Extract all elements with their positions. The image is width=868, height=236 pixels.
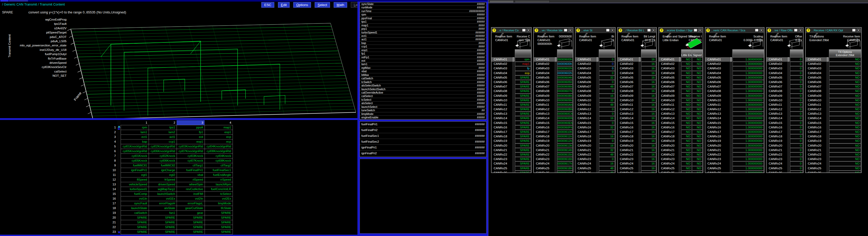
child-scrollbar[interactable] [638,71,641,75]
receive-row[interactable]: CANRx200 [767,143,803,148]
receive-value-cell[interactable]: 0 [790,85,803,89]
receive-value-cell[interactable]: 16 [599,143,615,148]
receive-value-cell[interactable]: NO [829,121,861,125]
receive-value-cell[interactable]: 32 [599,125,615,130]
receive-value-cell[interactable]: 16 [641,130,656,134]
receive-value-cell[interactable]: NO [692,134,703,139]
slot-cell[interactable]: cllTarg2 [205,163,232,168]
child-scrollbar[interactable] [512,134,515,139]
receive-value-cell[interactable]: SPARE [515,89,531,93]
child-scrollbar[interactable] [596,89,599,93]
slot-cell[interactable]: eot [177,134,205,139]
receive-row[interactable]: CANRx1000000609h [534,98,573,103]
child-scrollbar[interactable] [596,121,599,125]
receive-row[interactable]: CANRx05NONO [659,75,703,80]
child-scrollbar[interactable] [554,121,557,125]
receive-value-cell[interactable]: 0 [790,98,803,103]
receive-value-cell[interactable]: NO [829,94,861,98]
titlebar-tab[interactable] [515,0,550,3]
receive-row[interactable]: CANRx2216 [618,153,656,157]
receive-row[interactable]: CANRx08NONO [659,89,703,93]
child-scrollbar[interactable] [638,107,641,111]
child-scrollbar[interactable] [554,125,557,130]
slot-cell[interactable]: cyl04KnockIgnRtd [205,144,232,149]
help-icon[interactable]: ? [660,29,663,32]
receive-row[interactable]: CANRx1800000611h [534,134,573,139]
receive-value-cell[interactable]: NO [681,80,692,85]
child-scrollbar[interactable] [596,153,599,157]
child-scrollbar[interactable] [730,85,732,89]
slot-cell[interactable]: syncFault [121,201,149,206]
slot-cell[interactable]: SPARE [177,225,205,229]
child-scrollbar[interactable] [678,171,681,173]
child-scrollbar[interactable] [596,98,599,103]
receive-value-cell[interactable]: NO [692,153,703,157]
receive-value-cell[interactable]: NO [692,89,703,93]
child-scrollbar[interactable] [512,98,515,103]
receive-row[interactable]: CANRx09NO [806,94,861,98]
child-scrollbar[interactable] [826,80,829,85]
receive-row[interactable]: CANRx0600000605h [534,80,573,85]
child-scrollbar[interactable] [554,111,557,116]
child-scrollbar[interactable] [638,148,641,153]
table-scrollbar[interactable] [117,172,121,177]
receive-value-cell[interactable]: 00000607h [557,89,572,93]
receive-value-cell[interactable]: 0 [599,157,615,161]
column-header-3[interactable]: 3 [177,120,205,125]
receive-value-cell[interactable]: 48 [599,166,615,171]
receive-value-cell[interactable]: NO [692,166,703,171]
child-scrollbar[interactable] [678,85,681,89]
child-scrollbar[interactable] [512,103,515,107]
receive-row[interactable]: CANRx0116 [618,57,656,62]
receive-value-cell[interactable]: SPARE [515,157,531,161]
monitor-row[interactable]: engineEnable##### [360,116,486,119]
receive-row[interactable]: CANRx02NO [806,62,861,66]
receive-row[interactable]: CANRx081.000000000 [705,89,764,93]
receive-row[interactable]: CANRx0700000606h [534,85,573,89]
slot-cell[interactable]: cllTarg1 [177,163,205,168]
receive-value-cell[interactable]: SPARE [515,80,531,85]
value-column-header[interactable] [641,49,656,57]
monitor-row[interactable]: vbat##### [360,70,486,73]
child-scrollbar[interactable] [512,62,515,66]
receive-value-cell[interactable]: 00000615h [557,153,572,157]
receive-row[interactable]: CANRx041.000000000 [705,71,764,75]
table-scrollbar[interactable] [117,125,121,130]
receive-value-cell[interactable]: 0 [790,57,803,62]
slot-cell[interactable]: cyl05Knock [121,158,149,163]
child-scrollbar[interactable] [554,134,557,139]
child-scrollbar[interactable] [787,148,790,153]
slot-cell[interactable]: SPARE [149,215,177,220]
slot-cell[interactable]: fuelMltCll2 [149,163,177,168]
table-scrollbar[interactable] [117,220,121,225]
receive-row[interactable]: CANRx21NONO [659,148,703,153]
receive-row[interactable]: CANRx2416 [618,161,656,166]
receive-row[interactable]: CANRx010 [576,57,615,62]
receive-value-cell[interactable]: NO [829,148,861,153]
monitor-row[interactable]: runMode##### [360,6,486,9]
receive-value-cell[interactable]: NO [681,66,692,71]
slot-cell[interactable]: vvt1Ex [149,196,177,201]
child-scrollbar[interactable] [678,166,681,171]
receive-value-cell[interactable]: NO [692,116,703,121]
receive-value-cell[interactable]: 0 [790,153,803,157]
slot-cell[interactable]: fuelComp [121,192,149,196]
child-scrollbar[interactable] [554,89,557,93]
child-scrollbar[interactable] [554,85,557,89]
child-titlebar[interactable]: ?...ve / Receive Ide✕ [534,28,573,33]
monitor-row[interactable]: act1###### [360,38,486,41]
receive-row[interactable]: CANRx2500000618h [534,166,573,171]
receive-row[interactable]: CANRx06NO [806,80,861,85]
slot-cell[interactable]: fuelFinalSec1 [205,168,232,172]
receive-row[interactable]: CANRx02map1 [492,62,531,66]
slot-cell[interactable]: SPARE [149,225,177,229]
child-scrollbar[interactable] [678,57,681,62]
child-scrollbar[interactable] [638,121,641,125]
receive-row[interactable]: CANRx090 [767,94,803,98]
child-scrollbar[interactable] [512,71,515,75]
table-scrollbar[interactable] [117,130,121,134]
receive-row[interactable]: CANRx201.000000000 [705,143,764,148]
child-scrollbar[interactable] [596,103,599,107]
maximize-icon[interactable] [647,29,651,32]
receive-row[interactable]: CANRx18SPARE [492,134,531,139]
